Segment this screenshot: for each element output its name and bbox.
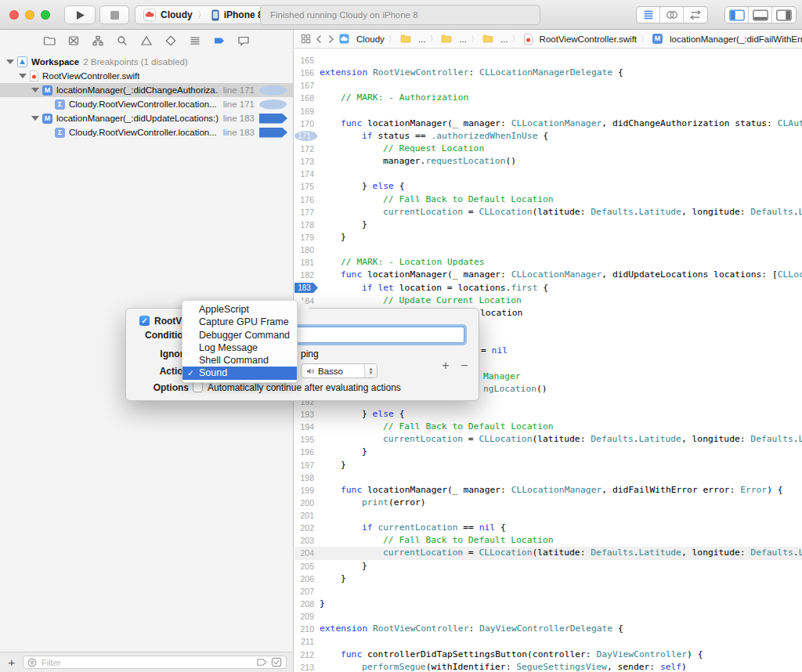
- sound-select[interactable]: Basso ▲▼: [301, 363, 378, 378]
- breakpoint-toggle[interactable]: [259, 85, 287, 96]
- breakpoint-toggle[interactable]: [259, 128, 287, 138]
- line-number[interactable]: 180: [294, 244, 314, 256]
- line-number[interactable]: 199: [294, 484, 314, 497]
- breakpoint-enabled-checkbox[interactable]: ✓: [139, 316, 150, 326]
- filter-field[interactable]: [23, 656, 287, 669]
- auto-continue-checkbox[interactable]: [193, 382, 203, 392]
- breakpoint-row[interactable]: MlocationManager(_:didUpdateLocations:)l…: [0, 111, 293, 125]
- add-breakpoint-button[interactable]: +: [6, 656, 17, 669]
- breakpoint-row[interactable]: ΣCloudy.RootViewController.location...li…: [0, 97, 293, 111]
- menu-item-capture-gpu-frame[interactable]: Capture GPU Frame: [182, 316, 297, 328]
- breadcrumb-item[interactable]: ...: [441, 34, 467, 44]
- run-button[interactable]: [64, 5, 96, 24]
- navigator-panel-button[interactable]: [725, 7, 749, 23]
- menu-item-applescript[interactable]: AppleScript: [182, 303, 297, 316]
- symbol-navigator-tab[interactable]: [67, 34, 81, 48]
- back-button[interactable]: [316, 34, 323, 44]
- line-number[interactable]: 211: [294, 635, 314, 648]
- line-number[interactable]: 195: [294, 433, 314, 446]
- line-number[interactable]: 177: [294, 206, 314, 219]
- line-number[interactable]: 175: [294, 180, 314, 193]
- add-action-button[interactable]: +: [438, 358, 453, 374]
- stop-button[interactable]: [99, 5, 129, 24]
- line-number[interactable]: 167: [294, 79, 314, 92]
- line-number[interactable]: 207: [294, 585, 314, 598]
- line-number[interactable]: 213: [294, 661, 314, 672]
- enabled-filter-icon[interactable]: [271, 657, 282, 667]
- breakpoint-filter-icon[interactable]: [256, 657, 268, 667]
- disclosure-triangle[interactable]: [6, 60, 14, 64]
- line-number[interactable]: 181: [294, 256, 314, 269]
- test-navigator-tab[interactable]: [164, 34, 178, 48]
- debug-navigator-tab[interactable]: [188, 34, 202, 48]
- project-navigator-tab[interactable]: [42, 34, 56, 48]
- breakpoint-marker[interactable]: 171: [294, 131, 318, 141]
- line-number[interactable]: 166: [294, 67, 314, 79]
- breakpoint-navigator-tab[interactable]: [212, 34, 226, 48]
- line-number[interactable]: 182: [294, 269, 314, 281]
- standard-editor-button[interactable]: [637, 7, 660, 23]
- minimize-window-button[interactable]: [25, 10, 34, 20]
- line-number[interactable]: 212: [294, 649, 314, 661]
- line-number[interactable]: 204: [294, 547, 314, 559]
- line-number[interactable]: 173: [294, 155, 314, 168]
- menu-item-debugger-command[interactable]: Debugger Command: [182, 329, 297, 341]
- hierarchy-navigator-tab[interactable]: [91, 34, 105, 48]
- breakpoint-toggle[interactable]: [259, 99, 287, 110]
- assistant-editor-button[interactable]: [660, 7, 684, 23]
- line-number[interactable]: 202: [294, 522, 314, 534]
- line-number[interactable]: 200: [294, 497, 314, 509]
- breakpoint-marker[interactable]: 183: [294, 283, 318, 293]
- line-number[interactable]: 209: [294, 610, 314, 623]
- issue-navigator-tab[interactable]: [139, 34, 154, 48]
- report-navigator-tab[interactable]: [237, 34, 251, 48]
- filter-input[interactable]: [40, 657, 253, 668]
- line-number[interactable]: 172: [294, 143, 314, 155]
- line-number[interactable]: 203: [294, 534, 314, 547]
- remove-action-button[interactable]: −: [457, 358, 472, 374]
- line-number[interactable]: 170: [294, 117, 314, 130]
- zoom-window-button[interactable]: [41, 10, 50, 20]
- scheme-selector[interactable]: Cloudy 〉 iPhone 8: [135, 5, 272, 24]
- forward-button[interactable]: [327, 34, 334, 44]
- breakpoint-row[interactable]: RootViewController.swift: [0, 69, 293, 83]
- breadcrumb-item[interactable]: MlocationManager(_:didFailWithError:): [652, 34, 802, 44]
- line-number[interactable]: 193: [294, 408, 314, 421]
- line-number[interactable]: 165: [294, 54, 314, 67]
- breadcrumb-item[interactable]: ...: [400, 34, 426, 44]
- line-number[interactable]: 174: [294, 168, 314, 180]
- line-number[interactable]: 168: [294, 92, 314, 104]
- line-number[interactable]: 197: [294, 459, 314, 471]
- utilities-panel-button[interactable]: [772, 7, 796, 23]
- breadcrumb-item[interactable]: ...: [482, 34, 508, 44]
- line-number[interactable]: 198: [294, 471, 314, 484]
- disclosure-triangle[interactable]: [31, 116, 39, 121]
- line-number[interactable]: 176: [294, 193, 314, 206]
- version-editor-button[interactable]: [684, 7, 707, 23]
- line-number[interactable]: 206: [294, 573, 314, 585]
- disclosure-triangle[interactable]: [19, 74, 27, 78]
- breadcrumb-item[interactable]: RootViewController.swift: [524, 34, 637, 45]
- line-number[interactable]: 169: [294, 105, 314, 117]
- disclosure-triangle[interactable]: [31, 88, 39, 92]
- menu-item-sound[interactable]: ✓Sound: [182, 367, 297, 379]
- debug-area-panel-button[interactable]: [749, 7, 772, 23]
- line-number[interactable]: 201: [294, 509, 314, 522]
- line-number[interactable]: 210: [294, 623, 314, 635]
- close-window-button[interactable]: [9, 10, 19, 20]
- line-number[interactable]: 208: [294, 598, 314, 610]
- line-number[interactable]: 178: [294, 219, 314, 231]
- menu-item-shell-command[interactable]: Shell Command: [182, 354, 297, 367]
- line-number[interactable]: 194: [294, 421, 314, 433]
- find-navigator-tab[interactable]: [115, 34, 129, 48]
- line-number[interactable]: 179: [294, 231, 314, 244]
- line-number[interactable]: 205: [294, 560, 314, 573]
- breakpoint-row[interactable]: Workspace2 Breakpoints (1 disabled): [0, 55, 293, 69]
- breakpoint-row[interactable]: MlocationManager(_:didChangeAuthoriza...…: [0, 83, 293, 97]
- menu-item-log-message[interactable]: Log Message: [182, 341, 297, 354]
- breadcrumb-item[interactable]: Cloudy: [339, 34, 385, 44]
- line-number[interactable]: 196: [294, 446, 314, 458]
- related-items-icon[interactable]: [301, 34, 311, 44]
- breakpoint-toggle[interactable]: [259, 114, 287, 124]
- breakpoint-row[interactable]: ΣCloudy.RootViewController.location...li…: [0, 125, 293, 139]
